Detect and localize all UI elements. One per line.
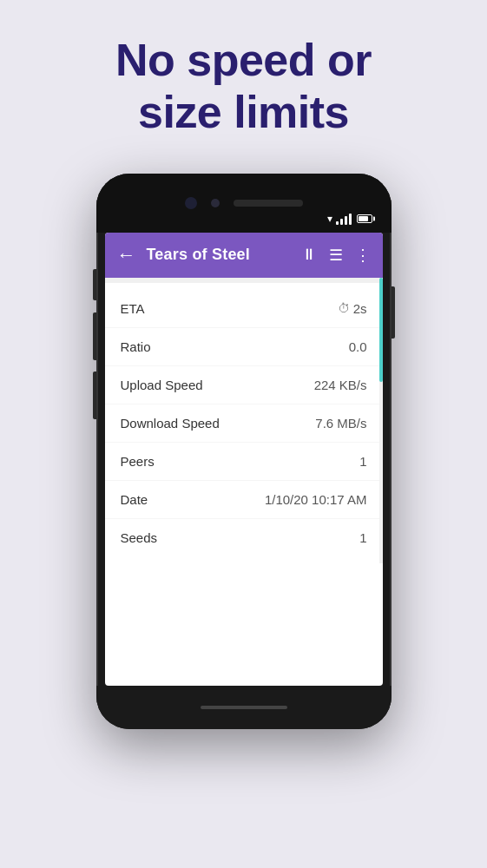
back-button[interactable]: ← — [117, 246, 136, 265]
camera-secondary — [211, 199, 220, 207]
headline-line2: size limits — [138, 87, 349, 137]
info-value-text: 1 — [359, 530, 366, 545]
phone-mockup: ▾ ← Tears of Steel — [96, 174, 392, 729]
list-view-button[interactable]: ☰ — [329, 246, 343, 265]
info-row: Date1/10/20 10:17 AM — [105, 481, 383, 519]
scrollbar-thumb — [379, 278, 383, 382]
mute-button — [93, 269, 96, 300]
info-row: Peers1 — [105, 443, 383, 481]
headline-line1: No speed or — [115, 35, 372, 85]
info-label: Upload Speed — [121, 378, 203, 392]
info-label: Ratio — [121, 339, 151, 354]
info-value: 7.6 MB/s — [315, 416, 366, 431]
wifi-icon: ▾ — [327, 213, 332, 225]
info-value: 1/10/20 10:17 AM — [265, 492, 367, 507]
info-row: Download Speed7.6 MB/s — [105, 404, 383, 443]
phone-screen: ← Tears of Steel ⏸ ☰ ⋮ ETA⏱2sRatio0.0Upl… — [105, 233, 383, 686]
scrollbar[interactable] — [379, 278, 383, 563]
phone-shell: ▾ ← Tears of Steel — [96, 174, 392, 729]
power-button — [392, 286, 395, 339]
info-value-text: 7.6 MB/s — [315, 416, 366, 431]
info-value: 1 — [359, 454, 366, 469]
toolbar-actions: ⏸ ☰ ⋮ — [301, 246, 371, 265]
home-indicator — [201, 706, 287, 709]
phone-top-bar: ▾ — [96, 174, 392, 233]
info-value: 1 — [359, 530, 366, 545]
info-value-text: 224 KB/s — [314, 378, 367, 392]
signal-bar-3 — [345, 216, 347, 225]
info-label: Date — [121, 492, 148, 507]
info-value-text: 1 — [359, 454, 366, 469]
headline-section: No speed or size limits — [81, 35, 406, 139]
info-list: ETA⏱2sRatio0.0Upload Speed224 KB/sDownlo… — [105, 283, 383, 563]
signal-bar-2 — [340, 219, 343, 225]
more-options-button[interactable]: ⋮ — [355, 246, 371, 265]
info-value-text: 1/10/20 10:17 AM — [265, 492, 367, 507]
progress-area — [105, 278, 383, 283]
signal-bar-4 — [349, 214, 352, 225]
info-label: Seeds — [121, 530, 158, 545]
battery-fill — [359, 216, 368, 221]
info-row: Ratio0.0 — [105, 328, 383, 366]
info-row: ETA⏱2s — [105, 290, 383, 328]
app-toolbar: ← Tears of Steel ⏸ ☰ ⋮ — [105, 233, 383, 278]
toolbar-title: Tears of Steel — [147, 246, 291, 264]
info-label: Download Speed — [121, 416, 220, 431]
battery-icon — [357, 214, 372, 223]
info-value: 0.0 — [349, 339, 367, 354]
status-bar-icons: ▾ — [327, 213, 372, 225]
volume-down-button — [93, 372, 96, 419]
clock-icon: ⏱ — [338, 301, 350, 315]
info-value: 224 KB/s — [314, 378, 367, 392]
volume-up-button — [93, 312, 96, 360]
signal-bar-1 — [336, 221, 339, 225]
info-value: ⏱2s — [338, 301, 367, 316]
camera-main — [185, 197, 197, 209]
info-label: Peers — [121, 454, 155, 469]
info-label: ETA — [121, 301, 145, 316]
signal-bars — [336, 213, 352, 225]
speaker-bar — [234, 200, 303, 207]
phone-bottom-bar — [96, 686, 392, 729]
info-row: Upload Speed224 KB/s — [105, 366, 383, 404]
info-value-text: 0.0 — [349, 339, 367, 354]
info-row: Seeds1 — [105, 519, 383, 556]
pause-button[interactable]: ⏸ — [301, 246, 317, 264]
info-value-text: 2s — [353, 301, 367, 316]
content-area: ETA⏱2sRatio0.0Upload Speed224 KB/sDownlo… — [105, 278, 383, 563]
